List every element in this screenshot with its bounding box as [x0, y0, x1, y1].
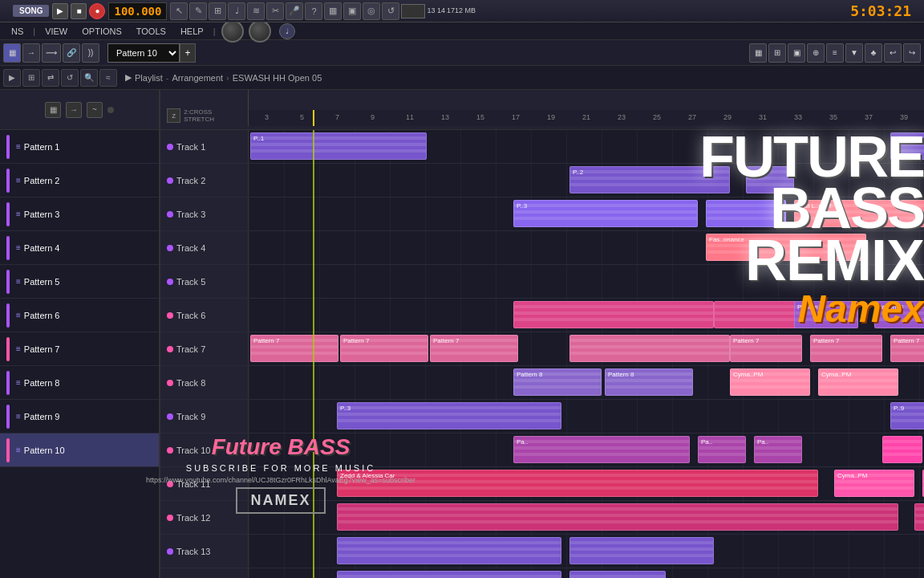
tool-mic[interactable]: 🎤 [286, 2, 303, 20]
track-block-13-1[interactable] [569, 537, 714, 564]
pattern-item-6[interactable]: ≡ Pattern 6 [0, 299, 159, 332]
track-block-1-1[interactable]: P..1 [890, 132, 924, 160]
track-block-6-3[interactable]: Pattern 6 [874, 301, 924, 328]
track-block-7-3[interactable] [569, 335, 730, 362]
pattern-item-10[interactable]: ≡ Pattern 10 [0, 434, 159, 467]
zoom-out-btn[interactable]: Z [167, 108, 180, 123]
song-mode-button[interactable]: SONG [13, 5, 49, 17]
track-content-11[interactable]: Zedd & Alessia CarCyma..PMCyma..PMZedd &… [249, 467, 924, 500]
pattern-item-9[interactable]: ≡ Pattern 9 [0, 400, 159, 434]
track-block-3-1[interactable] [706, 200, 786, 227]
tool-save[interactable]: ▦ [324, 2, 342, 20]
menu-tools[interactable]: TOOLS [130, 25, 172, 38]
master-pitch-knob[interactable] [249, 20, 271, 43]
track-content-8[interactable]: Pattern 8Pattern 8Cyma..PMCyma..PM [249, 366, 924, 399]
pattern-item-1[interactable]: ≡ Pattern 1 [0, 130, 159, 164]
tb2-icon2[interactable]: ⊞ [768, 43, 786, 63]
tool-slice[interactable]: ≋ [247, 2, 265, 20]
tool-step[interactable]: ⊞ [209, 2, 226, 20]
audio-btn[interactable]: )) [82, 43, 99, 63]
menu-help[interactable]: HELP [174, 25, 210, 38]
pattern-item-5[interactable]: ≡ Pattern 5 [0, 265, 159, 299]
track-block-7-0[interactable]: Pattern 7 [250, 335, 338, 362]
pattern-select[interactable]: Pattern 10 [107, 43, 180, 63]
track-content-4[interactable]: Fas..onance [249, 231, 924, 264]
track-block-13-0[interactable] [337, 537, 561, 564]
tool-scissors[interactable]: ✂ [266, 2, 284, 20]
tb2-icon1[interactable]: ▦ [749, 43, 767, 63]
tb3-snap[interactable]: ⊞ [22, 69, 40, 87]
arrow-right-btn[interactable]: → [22, 43, 40, 63]
track-block-8-1[interactable]: Pattern 8 [605, 368, 693, 396]
timeline[interactable]: 3579111315171921232527293133353739414345 [249, 110, 924, 126]
tool-monitor[interactable]: ▣ [343, 2, 361, 20]
track-block-12-1[interactable] [914, 503, 924, 531]
tb2-icon7[interactable]: ♣ [865, 43, 882, 63]
tb3-prev[interactable]: ▶ [3, 69, 21, 87]
track-block-14-0[interactable] [337, 571, 561, 578]
track-block-10-2[interactable]: Pa.. [754, 436, 802, 463]
track-content-2[interactable]: P..2P2 [249, 164, 924, 197]
tool-draw[interactable]: ✎ [189, 2, 207, 20]
tb3-zoom[interactable]: 🔍 [80, 69, 98, 87]
track-content-14[interactable] [249, 568, 924, 578]
track-block-7-1[interactable]: Pattern 7 [340, 335, 428, 362]
tb2-icon6[interactable]: ▼ [845, 43, 863, 63]
track-block-8-0[interactable]: Pattern 8 [513, 368, 602, 396]
tb3-flip[interactable]: ⇄ [42, 69, 59, 87]
track-block-3-0[interactable]: P..3 [513, 200, 698, 227]
track-block-10-3[interactable] [882, 436, 922, 463]
arp-btn[interactable]: ⟿ [42, 43, 61, 63]
track-block-4-0[interactable]: Fas..onance [706, 234, 866, 261]
menu-view[interactable]: VIEW [38, 25, 74, 38]
playhead[interactable] [313, 110, 314, 126]
pp-btn1[interactable]: ▦ [45, 102, 61, 118]
pp-btn3[interactable]: ~ [87, 102, 103, 118]
tb3-wave[interactable]: ≈ [99, 69, 117, 87]
pattern-item-8[interactable]: ≡ Pattern 8 [0, 366, 159, 400]
track-content-5[interactable] [249, 265, 924, 298]
track-content-13[interactable] [249, 535, 924, 568]
track-block-1-0[interactable]: P..1 [250, 132, 427, 160]
tracks-container[interactable]: Track 1 P..1P..1 Track 2 P..2P2 Track 3 … [160, 130, 924, 578]
track-content-9[interactable]: P..3P..9 [249, 400, 924, 433]
pattern-item-3[interactable]: ≡ Pattern 3 [0, 197, 159, 231]
menu-options[interactable]: OPTIONS [75, 25, 128, 38]
tb3-loop[interactable]: ↺ [61, 69, 79, 87]
track-block-6-0[interactable] [513, 301, 714, 328]
link-btn[interactable]: 🔗 [63, 43, 80, 63]
pp-btn2[interactable]: → [66, 102, 82, 118]
tb2-icon5[interactable]: ≡ [826, 43, 844, 63]
track-block-10-0[interactable]: Pa.. [513, 436, 690, 463]
track-block-7-5[interactable]: Pattern 7 [810, 335, 882, 362]
pattern-item-7[interactable]: ≡ Pattern 7 [0, 332, 159, 366]
track-content-10[interactable]: Pa..Pa..Pa.. [249, 434, 924, 466]
track-block-9-1[interactable]: P..9 [890, 402, 924, 429]
track-block-7-6[interactable]: Pattern 7 [890, 335, 924, 362]
tool-chat[interactable]: ◎ [363, 2, 380, 20]
track-block-2-0[interactable]: P..2 [569, 166, 730, 193]
tb2-icon3[interactable]: ▣ [788, 43, 805, 63]
track-content-12[interactable] [249, 501, 924, 534]
track-block-8-3[interactable]: Cyma..PM [818, 368, 898, 396]
menu-ns[interactable]: NS [5, 25, 30, 38]
track-block-2-1[interactable]: P2 [746, 166, 794, 193]
track-block-7-2[interactable]: Pattern 7 [430, 335, 518, 362]
track-block-12-0[interactable] [337, 503, 898, 531]
record-button[interactable]: ● [89, 3, 105, 19]
track-block-6-2[interactable]: Pattern 6 [794, 301, 858, 328]
track-block-9-0[interactable]: P..3 [337, 402, 561, 429]
pattern-add-btn[interactable]: + [180, 43, 196, 63]
tool-note[interactable]: ♩ [228, 2, 245, 20]
pattern-item-4[interactable]: ≡ Pattern 4 [0, 231, 159, 265]
track-content-6[interactable]: Pattern 6Pattern 6 [249, 299, 924, 332]
playlist-button[interactable]: ▦ [3, 43, 21, 63]
play-button[interactable]: ▶ [52, 3, 68, 19]
metronome-button[interactable]: ♩ [279, 23, 295, 39]
track-content-1[interactable]: P..1P..1 [249, 130, 924, 163]
tb2-icon9[interactable]: ↪ [903, 43, 921, 63]
stop-button[interactable]: ■ [71, 3, 87, 19]
tb2-icon4[interactable]: ⊕ [807, 43, 825, 63]
master-volume-knob[interactable] [221, 20, 244, 43]
bpm-display[interactable]: 100.000 [108, 2, 167, 20]
